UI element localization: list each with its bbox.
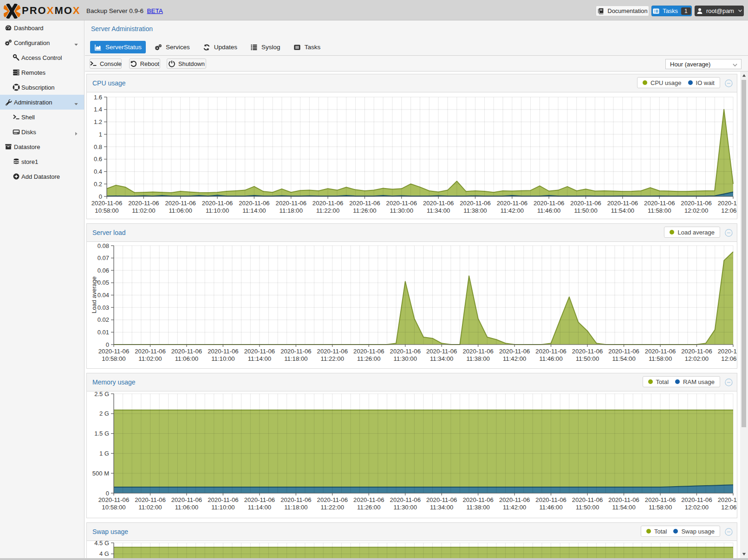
svg-text:11:30:00: 11:30:00: [394, 355, 417, 362]
svg-text:11:46:00: 11:46:00: [539, 355, 562, 362]
svg-text:0.01: 0.01: [98, 329, 109, 336]
svg-text:2020-11-06: 2020-11-06: [244, 496, 275, 503]
svg-text:2020-11-06: 2020-11-06: [462, 348, 493, 355]
svg-text:12:06:00: 12:06:00: [721, 504, 737, 511]
svg-text:2020-11-06: 2020-11-06: [353, 348, 384, 355]
svg-text:0.8: 0.8: [94, 143, 102, 150]
svg-text:2020-11-06: 2020-11-06: [497, 200, 527, 207]
svg-text:11:14:00: 11:14:00: [242, 207, 266, 214]
svg-text:11:06:00: 11:06:00: [169, 207, 192, 214]
svg-text:11:58:00: 11:58:00: [649, 504, 672, 511]
svg-text:2020-11-06: 2020-11-06: [317, 348, 348, 355]
svg-text:2020-11-06: 2020-11-06: [681, 200, 711, 207]
svg-text:2020-11-06: 2020-11-06: [426, 348, 457, 355]
svg-text:11:26:00: 11:26:00: [357, 355, 380, 362]
svg-text:11:34:00: 11:34:00: [430, 504, 453, 511]
svg-text:11:34:00: 11:34:00: [427, 207, 450, 214]
svg-text:2020-11-06: 2020-11-06: [645, 496, 676, 503]
svg-text:2 G: 2 G: [99, 410, 109, 417]
svg-text:11:22:00: 11:22:00: [321, 355, 344, 362]
svg-text:2020-11-06: 2020-11-06: [681, 348, 712, 355]
svg-text:1: 1: [99, 131, 102, 138]
svg-text:2020-11-06: 2020-11-06: [499, 496, 530, 503]
svg-text:2020-11-06: 2020-11-06: [533, 200, 564, 207]
svg-text:12:02:00: 12:02:00: [685, 355, 709, 362]
svg-text:2020-11-06: 2020-11-06: [280, 348, 311, 355]
svg-text:11:26:00: 11:26:00: [353, 207, 376, 214]
svg-text:12:06:00: 12:06:00: [721, 355, 737, 362]
svg-text:12:02:00: 12:02:00: [684, 207, 708, 214]
svg-text:500 M: 500 M: [92, 470, 109, 477]
svg-text:2020-11-06: 2020-11-06: [202, 200, 233, 207]
svg-text:11:02:00: 11:02:00: [138, 504, 162, 511]
svg-text:2020-11-06: 2020-11-06: [239, 200, 269, 207]
svg-text:2020-11-06: 2020-11-06: [535, 348, 566, 355]
svg-text:2020-11-06: 2020-11-06: [535, 496, 566, 503]
svg-text:2020-11-06: 2020-11-06: [390, 348, 421, 355]
svg-text:2020-11-06: 2020-11-06: [171, 496, 202, 503]
svg-text:4.5 G: 4.5 G: [94, 541, 109, 547]
svg-text:11:38:00: 11:38:00: [467, 355, 490, 362]
svg-text:2020-11-06: 2020-11-06: [681, 496, 712, 503]
svg-text:2020-11-06: 2020-11-06: [426, 496, 457, 503]
svg-text:11:18:00: 11:18:00: [284, 504, 307, 511]
svg-text:2020-11-06: 2020-11-06: [165, 200, 195, 207]
svg-text:2020-11-06: 2020-11-06: [280, 496, 311, 503]
svg-text:11:42:00: 11:42:00: [501, 207, 524, 214]
svg-text:10:58:00: 10:58:00: [95, 207, 118, 214]
svg-text:2020-11-06: 2020-11-06: [460, 200, 490, 207]
svg-text:0.03: 0.03: [98, 304, 109, 311]
svg-text:2020-11-06: 2020-11-06: [208, 348, 238, 355]
svg-text:11:10:00: 11:10:00: [211, 355, 234, 362]
svg-text:2020-11-06: 2020-11-06: [718, 348, 737, 355]
svg-text:2020-11-06: 2020-11-06: [645, 348, 676, 355]
svg-text:11:22:00: 11:22:00: [316, 207, 339, 214]
svg-text:12:06:00: 12:06:00: [721, 207, 737, 214]
svg-text:10:58:00: 10:58:00: [102, 355, 125, 362]
svg-text:11:06:00: 11:06:00: [175, 355, 198, 362]
svg-text:11:30:00: 11:30:00: [394, 504, 417, 511]
svg-text:11:14:00: 11:14:00: [248, 355, 271, 362]
svg-text:2020-11-06: 2020-11-06: [386, 200, 417, 207]
svg-text:0: 0: [99, 193, 102, 200]
svg-text:2020-11-06: 2020-11-06: [349, 200, 380, 207]
svg-text:2020-11-06: 2020-11-06: [423, 200, 454, 207]
svg-text:0.04: 0.04: [98, 292, 109, 299]
svg-text:2020-11-06: 2020-11-06: [312, 200, 343, 207]
svg-text:2020-11-06: 2020-11-06: [608, 348, 639, 355]
svg-text:0.06: 0.06: [98, 267, 109, 274]
svg-text:2020-11-06: 2020-11-06: [462, 496, 493, 503]
svg-text:11:02:00: 11:02:00: [138, 355, 162, 362]
svg-text:0.2: 0.2: [94, 181, 102, 188]
svg-text:11:42:00: 11:42:00: [503, 504, 526, 511]
svg-text:2020-11-06: 2020-11-06: [135, 496, 165, 503]
svg-text:2020-11-06: 2020-11-06: [91, 200, 122, 207]
svg-text:11:46:00: 11:46:00: [537, 207, 560, 214]
svg-text:0.02: 0.02: [98, 316, 109, 323]
svg-text:11:18:00: 11:18:00: [280, 207, 303, 214]
svg-text:11:02:00: 11:02:00: [132, 207, 155, 214]
svg-text:2020-11-06: 2020-11-06: [317, 496, 348, 503]
svg-text:11:38:00: 11:38:00: [463, 207, 487, 214]
svg-text:11:54:00: 11:54:00: [612, 504, 635, 511]
svg-text:11:10:00: 11:10:00: [211, 504, 234, 511]
svg-text:11:54:00: 11:54:00: [611, 207, 634, 214]
svg-text:2020-11-06: 2020-11-06: [390, 496, 421, 503]
svg-text:1.6: 1.6: [94, 94, 102, 101]
svg-text:11:22:00: 11:22:00: [321, 504, 344, 511]
svg-text:2020-11-06: 2020-11-06: [572, 496, 603, 503]
svg-text:11:50:00: 11:50:00: [576, 355, 599, 362]
svg-text:2020-11-06: 2020-11-06: [644, 200, 675, 207]
svg-text:2020-11-06: 2020-11-06: [499, 348, 530, 355]
svg-text:2020-11-06: 2020-11-06: [98, 348, 129, 355]
svg-text:11:50:00: 11:50:00: [574, 207, 597, 214]
svg-text:2020-11-06: 2020-11-06: [171, 348, 202, 355]
svg-text:2020-11-06: 2020-11-06: [607, 200, 638, 207]
svg-text:0.6: 0.6: [94, 156, 102, 163]
svg-text:11:30:00: 11:30:00: [390, 207, 413, 214]
svg-text:0.08: 0.08: [98, 242, 109, 249]
svg-text:1.2: 1.2: [94, 118, 102, 125]
svg-text:12:02:00: 12:02:00: [685, 504, 709, 511]
svg-text:2020-11-06: 2020-11-06: [718, 496, 737, 503]
svg-text:2020-11-06: 2020-11-06: [208, 496, 238, 503]
